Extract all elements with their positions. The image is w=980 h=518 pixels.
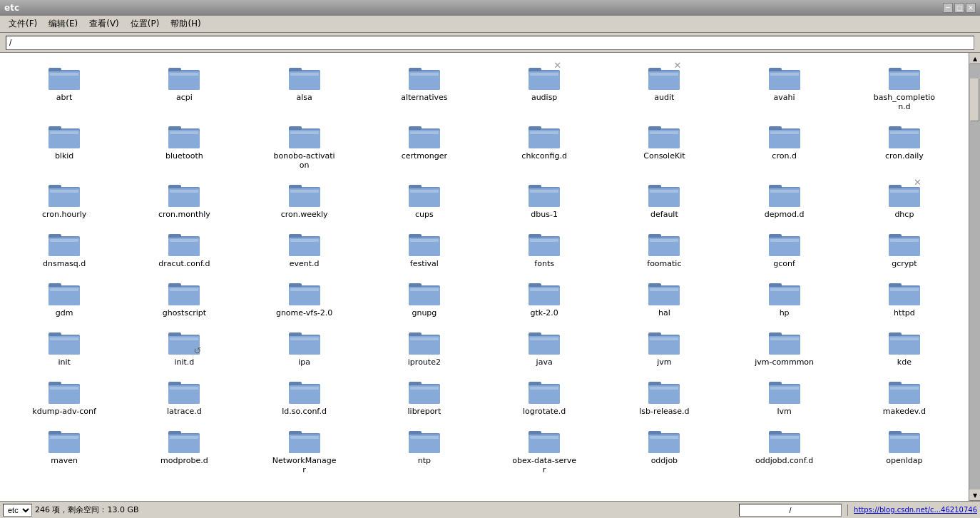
scrollbar-thumb[interactable] (970, 78, 979, 121)
folder-item[interactable]: bluetooth (126, 117, 243, 173)
folder-item[interactable]: fonts (486, 225, 603, 271)
folder-item[interactable]: iproute2 (366, 323, 483, 370)
folder-item[interactable]: festival (366, 225, 483, 271)
folder-item[interactable]: httpd (846, 274, 963, 320)
folder-item[interactable]: cups (366, 176, 483, 222)
folder-icon (47, 121, 81, 150)
menu-location[interactable]: 位置(P) (125, 16, 165, 31)
folder-item[interactable]: dbus-1 (486, 176, 603, 222)
folder-item[interactable]: avahi (726, 59, 843, 114)
folder-icon (527, 121, 561, 150)
folder-item[interactable]: logrotate.d (486, 372, 603, 419)
folder-item[interactable]: acpi (126, 59, 243, 114)
folder-item[interactable]: cron.daily (846, 117, 963, 173)
folder-item[interactable]: latrace.d (126, 372, 243, 419)
folder-item[interactable]: ✕audit (606, 59, 723, 114)
menu-help[interactable]: 帮助(H) (165, 16, 206, 31)
folder-item[interactable]: bash_completion.d (846, 59, 963, 114)
folder-item[interactable]: cron.d (726, 117, 843, 173)
svg-rect-135 (170, 288, 198, 291)
folder-item[interactable]: lsb-release.d (606, 372, 723, 419)
folder-item[interactable]: dnsmasq.d (6, 225, 123, 271)
folder-item[interactable]: cron.monthly (126, 176, 243, 222)
svg-rect-151 (650, 288, 678, 291)
folder-item[interactable]: hal (606, 274, 723, 320)
folder-item[interactable]: certmonger (366, 117, 483, 173)
folder-item[interactable]: NetworkManager (246, 422, 363, 477)
minimize-button[interactable]: ─ (943, 3, 953, 13)
folder-item[interactable]: ✕audisp (486, 59, 603, 114)
file-view[interactable]: abrt acpi alsa (0, 53, 969, 501)
folder-item[interactable]: hp (726, 274, 843, 320)
menu-file[interactable]: 文件(F) (3, 16, 43, 31)
folder-item[interactable]: chkconfig.d (486, 117, 603, 173)
location-dropdown[interactable]: etc (3, 504, 32, 517)
folder-icon (167, 180, 201, 208)
folder-item[interactable]: ipa (246, 323, 363, 370)
folder-item[interactable]: ↺init.d (126, 323, 243, 370)
folder-item[interactable]: gtk-2.0 (486, 274, 603, 320)
scroll-up-button[interactable]: ▲ (969, 53, 980, 64)
folder-item[interactable]: blkid (6, 117, 123, 173)
folder-item[interactable]: gnome-vfs-2.0 (246, 274, 363, 320)
folder-label: gnupg (412, 308, 437, 318)
svg-rect-83 (530, 190, 558, 193)
menu-edit[interactable]: 编辑(E) (43, 16, 83, 31)
folder-item[interactable]: ConsoleKit (606, 117, 723, 173)
folder-item[interactable]: gcrypt (846, 225, 963, 271)
svg-rect-239 (410, 436, 439, 439)
folder-item[interactable]: foomatic (606, 225, 723, 271)
url-link[interactable]: https://blog.csdn.net/c...46210746 (854, 506, 977, 514)
folder-item[interactable]: cron.hourly (6, 176, 123, 222)
folder-item[interactable]: oddjobd.conf.d (726, 422, 843, 477)
folder-item[interactable]: gnupg (366, 274, 483, 320)
maximize-button[interactable]: □ (954, 3, 964, 13)
folder-item[interactable]: jvm (606, 323, 723, 370)
menu-view[interactable]: 查看(V) (83, 16, 125, 31)
folder-item[interactable]: kde (846, 323, 963, 370)
folder-item[interactable]: jvm-commmon (726, 323, 843, 370)
folder-item[interactable]: makedev.d (846, 372, 963, 419)
folder-label: default (650, 210, 678, 219)
folder-item[interactable]: default (606, 176, 723, 222)
folder-item[interactable]: alsa (246, 59, 363, 114)
folder-item[interactable]: ntp (366, 422, 483, 477)
scroll-down-button[interactable]: ▼ (969, 489, 980, 501)
folder-item[interactable]: init (6, 323, 123, 370)
folder-item[interactable]: bonobo-activation (246, 117, 363, 173)
folder-item[interactable]: abrt (6, 59, 123, 114)
folder-item[interactable]: gdm (6, 274, 123, 320)
folder-item[interactable]: event.d (246, 225, 363, 271)
folder-item[interactable]: lvm (726, 372, 843, 419)
folder-icon (167, 377, 201, 405)
folder-item[interactable]: openldap (846, 422, 963, 477)
folder-item[interactable]: modprobe.d (126, 422, 243, 477)
folder-label: gtk-2.0 (531, 308, 558, 318)
svg-rect-231 (170, 436, 198, 439)
folder-item[interactable]: depmod.d (726, 176, 843, 222)
folder-item[interactable]: maven (6, 422, 123, 477)
folder-label: cron.hourly (42, 210, 86, 219)
folder-icon (527, 180, 561, 208)
scrollbar-track[interactable] (969, 64, 980, 489)
folder-item[interactable]: oddjob (606, 422, 723, 477)
folder-item[interactable]: alternatives (366, 59, 483, 114)
svg-rect-163 (50, 337, 78, 340)
folder-item[interactable]: libreport (366, 372, 483, 419)
close-button[interactable]: ✕ (966, 3, 976, 13)
folder-item[interactable]: ✕dhcp (846, 176, 963, 222)
folder-label: dhcp (894, 210, 914, 219)
path-input[interactable] (6, 36, 974, 50)
folder-item[interactable]: cron.weekly (246, 176, 363, 222)
folder-item[interactable]: ghostscript (126, 274, 243, 320)
folder-item[interactable]: kdump-adv-conf (6, 372, 123, 419)
svg-rect-7 (170, 73, 198, 76)
folder-item[interactable]: dracut.conf.d (126, 225, 243, 271)
folder-label: cron.monthly (158, 210, 210, 219)
path-field[interactable] (739, 504, 842, 517)
folder-label: iproute2 (408, 357, 441, 367)
folder-item[interactable]: ld.so.conf.d (246, 372, 363, 419)
folder-item[interactable]: gconf (726, 225, 843, 271)
folder-item[interactable]: obex-data-server (486, 422, 603, 477)
folder-item[interactable]: java (486, 323, 603, 370)
